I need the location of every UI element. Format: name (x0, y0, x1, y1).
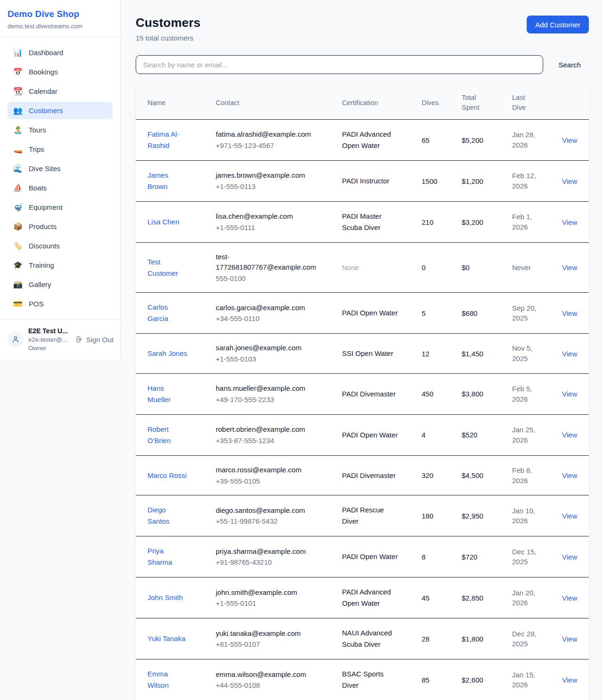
customer-dives: 28 (422, 618, 462, 659)
customer-row: Marco Rossi marco.rossi@example.com +39-… (136, 455, 589, 495)
customer-contact: carlos.garcia@example.com +34-555-0110 (216, 303, 317, 324)
customer-last-dive: Jan 15, 2026 (512, 670, 540, 691)
page-header-text: Customers 15 total customers (136, 16, 201, 42)
view-customer-link[interactable]: View (562, 309, 577, 317)
view-customer-link[interactable]: View (562, 594, 577, 602)
customer-name-link[interactable]: Fatima Al-Rashid (147, 129, 187, 151)
customer-contact: diego.santos@example.com +55-11-99876-54… (216, 505, 317, 527)
customer-row: Emma Wilson emma.wilson@example.com +44-… (136, 659, 589, 700)
view-customer-link[interactable]: View (562, 390, 577, 398)
sidebar-item-boats[interactable]: ⛵ Boats (8, 179, 113, 197)
sidebar-item-dive-sites[interactable]: 🌊 Dive Sites (8, 160, 113, 177)
sidebar-item-discounts[interactable]: 🏷️ Discounts (8, 237, 113, 255)
customer-phone: +34-555-0110 (216, 313, 317, 324)
customer-row: James Brown james.brown@example.com +1-5… (136, 161, 589, 202)
view-customer-link[interactable]: View (562, 553, 577, 561)
customer-total-spent: $2,850 (462, 577, 512, 618)
sidebar-item-customers[interactable]: 👥 Customers (8, 102, 113, 119)
customer-contact: john.smith@example.com +1-555-0101 (216, 587, 317, 609)
sidebar-item-calendar[interactable]: 📆 Calendar (8, 82, 113, 100)
sidebar-item-pos[interactable]: 💳 POS (8, 295, 113, 313)
view-customer-link[interactable]: View (562, 471, 577, 479)
customer-last-dive: Jan 25, 2026 (512, 425, 540, 445)
customer-contact: yuki.tanaka@example.com +81-555-0107 (216, 628, 317, 650)
customer-phone: +1-555-0111 (216, 222, 317, 233)
sailboat-icon: ⛵ (13, 183, 23, 192)
add-customer-button[interactable]: Add Customer (527, 16, 589, 33)
customer-name-link[interactable]: Emma Wilson (147, 668, 187, 691)
shop-name-link[interactable]: Demo Dive Shop (8, 9, 113, 19)
total-customers-count: 15 total customers (136, 34, 201, 42)
view-customer-link[interactable]: View (562, 431, 577, 439)
sidebar-item-dashboard[interactable]: 📊 Dashboard (8, 44, 113, 61)
customer-contact: sarah.jones@example.com +1-555-0103 (216, 343, 317, 364)
customer-total-spent: $1,450 (462, 334, 512, 374)
search-input[interactable] (136, 55, 543, 74)
customer-name-link[interactable]: James Brown (147, 170, 187, 192)
customer-name-link[interactable]: Sarah Jones (147, 348, 187, 359)
customer-last-dive: Jan 10, 2026 (512, 506, 540, 527)
customer-name-link[interactable]: Robert O'Brien (147, 424, 187, 446)
search-button[interactable]: Search (550, 57, 589, 73)
customer-name-link[interactable]: Test Customer (147, 256, 187, 279)
customer-row: Yuki Tanaka yuki.tanaka@example.com +81-… (136, 618, 589, 659)
customer-name-link[interactable]: Marco Rossi (147, 470, 187, 481)
customer-row: Test Customer test-1772681807767@example… (136, 243, 589, 293)
sidebar-item-label: Dive Sites (29, 165, 61, 173)
customer-name-link[interactable]: Diego Santos (147, 504, 187, 527)
view-customer-link[interactable]: View (562, 350, 577, 358)
customer-certification: BSAC Sports Diver (342, 668, 400, 691)
customer-contact: lisa.chen@example.com +1-555-0111 (216, 211, 317, 233)
sign-out-button[interactable]: Sign Out (75, 336, 114, 344)
customer-last-dive: Feb 12, 2026 (512, 171, 540, 191)
view-customer-link[interactable]: View (562, 136, 577, 144)
customer-last-dive: Never (512, 263, 540, 273)
app-layout: Demo Dive Shop demo.test.divestreams.com… (0, 0, 603, 700)
customer-total-spent: $3,800 (462, 373, 512, 414)
sidebar-item-label: Boats (29, 184, 47, 192)
sidebar-item-equipment[interactable]: 🤿 Equipment (8, 198, 113, 216)
sidebar-item-trips[interactable]: 🚤 Trips (8, 140, 113, 158)
customer-dives: 12 (422, 334, 462, 374)
view-customer-link[interactable]: View (562, 264, 577, 272)
customer-name-link[interactable]: Yuki Tanaka (147, 633, 187, 644)
view-customer-link[interactable]: View (562, 218, 577, 226)
customer-email: test-1772681807767@example.com (216, 252, 317, 272)
view-customer-link[interactable]: View (562, 177, 577, 185)
calendar-icon: 📅 (13, 67, 23, 76)
customer-contact: robert.obrien@example.com +353-87-555-12… (216, 424, 317, 446)
sidebar-item-training[interactable]: 🎓 Training (8, 256, 113, 274)
credit-card-icon: 💳 (13, 299, 23, 308)
customer-name-link[interactable]: Carlos Garcia (147, 302, 187, 324)
customer-name-link[interactable]: Lisa Chen (147, 216, 187, 228)
package-icon: 📦 (13, 222, 23, 231)
customer-phone: +81-555-0107 (216, 639, 317, 650)
customer-dives: 1500 (422, 161, 462, 202)
customer-name-link[interactable]: Priya Sharma (147, 545, 187, 568)
customer-last-dive: Feb 5, 2026 (512, 384, 540, 404)
user-role: Owner (28, 345, 71, 352)
view-customer-link[interactable]: View (562, 635, 577, 643)
sidebar-item-gallery[interactable]: 📸 Gallery (8, 276, 113, 293)
column-header-dives: Dives (422, 86, 462, 120)
sidebar-item-products[interactable]: 📦 Products (8, 218, 113, 235)
sidebar-item-bookings[interactable]: 📅 Bookings (8, 63, 113, 81)
table-header: NameContactCertificationDivesTotal Spent… (136, 86, 589, 120)
customer-phone: +44-555-0108 (216, 680, 317, 691)
view-customer-link[interactable]: View (562, 512, 577, 520)
sidebar-item-label: Tours (29, 126, 46, 134)
sidebar-item-tours[interactable]: 🏝️ Tours (8, 121, 113, 139)
customer-last-dive: Feb 8, 2026 (512, 465, 540, 486)
diving-mask-icon: 🤿 (13, 203, 23, 212)
customer-email: carlos.garcia@example.com (216, 303, 317, 313)
sidebar: Demo Dive Shop demo.test.divestreams.com… (0, 0, 121, 359)
view-customer-link[interactable]: View (562, 676, 577, 684)
customer-total-spent: $720 (462, 536, 512, 577)
customer-phone: +971-55-123-4567 (216, 140, 317, 151)
customer-name-link[interactable]: John Smith (147, 592, 187, 603)
customer-phone: +55-11-99876-5432 (216, 516, 317, 527)
customer-total-spent: $1,800 (462, 618, 512, 659)
customer-certification: PADI Master Scuba Diver (342, 211, 400, 233)
island-icon: 🏝️ (13, 125, 23, 134)
customer-name-link[interactable]: Hans Mueller (147, 383, 187, 405)
